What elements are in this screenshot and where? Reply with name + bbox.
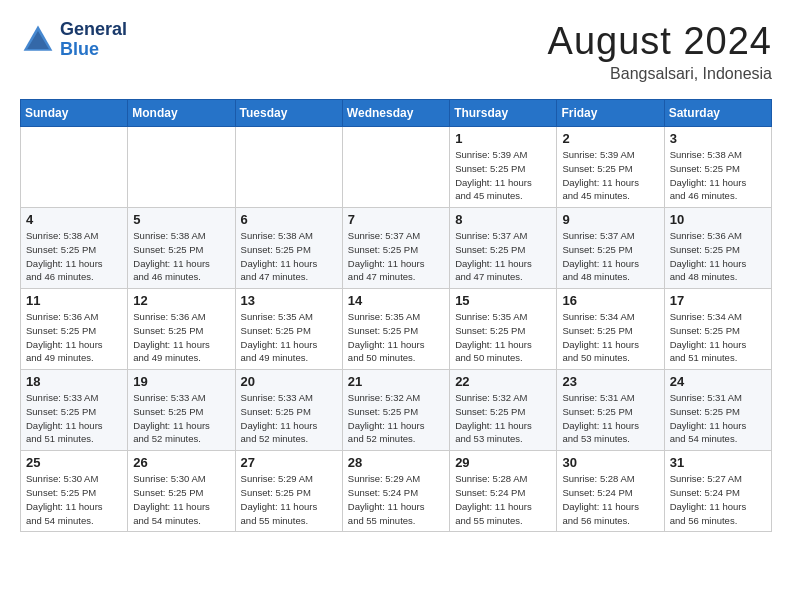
day-number: 31 bbox=[670, 455, 766, 470]
calendar-cell: 5Sunrise: 5:38 AM Sunset: 5:25 PM Daylig… bbox=[128, 208, 235, 289]
day-number: 19 bbox=[133, 374, 229, 389]
day-info: Sunrise: 5:32 AM Sunset: 5:25 PM Dayligh… bbox=[348, 391, 444, 446]
day-info: Sunrise: 5:31 AM Sunset: 5:25 PM Dayligh… bbox=[562, 391, 658, 446]
day-number: 22 bbox=[455, 374, 551, 389]
day-number: 3 bbox=[670, 131, 766, 146]
calendar-cell: 2Sunrise: 5:39 AM Sunset: 5:25 PM Daylig… bbox=[557, 127, 664, 208]
calendar-week-2: 4Sunrise: 5:38 AM Sunset: 5:25 PM Daylig… bbox=[21, 208, 772, 289]
calendar-cell: 17Sunrise: 5:34 AM Sunset: 5:25 PM Dayli… bbox=[664, 289, 771, 370]
day-info: Sunrise: 5:39 AM Sunset: 5:25 PM Dayligh… bbox=[562, 148, 658, 203]
calendar-cell: 12Sunrise: 5:36 AM Sunset: 5:25 PM Dayli… bbox=[128, 289, 235, 370]
calendar-cell: 9Sunrise: 5:37 AM Sunset: 5:25 PM Daylig… bbox=[557, 208, 664, 289]
logo-text-general: General bbox=[60, 20, 127, 40]
day-info: Sunrise: 5:33 AM Sunset: 5:25 PM Dayligh… bbox=[26, 391, 122, 446]
calendar-cell: 1Sunrise: 5:39 AM Sunset: 5:25 PM Daylig… bbox=[450, 127, 557, 208]
day-info: Sunrise: 5:32 AM Sunset: 5:25 PM Dayligh… bbox=[455, 391, 551, 446]
calendar-cell: 15Sunrise: 5:35 AM Sunset: 5:25 PM Dayli… bbox=[450, 289, 557, 370]
calendar-cell: 27Sunrise: 5:29 AM Sunset: 5:25 PM Dayli… bbox=[235, 451, 342, 532]
day-number: 14 bbox=[348, 293, 444, 308]
weekday-header-monday: Monday bbox=[128, 100, 235, 127]
day-info: Sunrise: 5:37 AM Sunset: 5:25 PM Dayligh… bbox=[562, 229, 658, 284]
day-info: Sunrise: 5:29 AM Sunset: 5:25 PM Dayligh… bbox=[241, 472, 337, 527]
day-info: Sunrise: 5:31 AM Sunset: 5:25 PM Dayligh… bbox=[670, 391, 766, 446]
weekday-header-row: SundayMondayTuesdayWednesdayThursdayFrid… bbox=[21, 100, 772, 127]
day-number: 11 bbox=[26, 293, 122, 308]
calendar-cell: 16Sunrise: 5:34 AM Sunset: 5:25 PM Dayli… bbox=[557, 289, 664, 370]
day-info: Sunrise: 5:28 AM Sunset: 5:24 PM Dayligh… bbox=[455, 472, 551, 527]
calendar-title: August 2024 bbox=[548, 20, 772, 63]
day-number: 30 bbox=[562, 455, 658, 470]
day-number: 6 bbox=[241, 212, 337, 227]
day-info: Sunrise: 5:38 AM Sunset: 5:25 PM Dayligh… bbox=[670, 148, 766, 203]
day-number: 27 bbox=[241, 455, 337, 470]
day-info: Sunrise: 5:28 AM Sunset: 5:24 PM Dayligh… bbox=[562, 472, 658, 527]
day-number: 5 bbox=[133, 212, 229, 227]
calendar-cell: 6Sunrise: 5:38 AM Sunset: 5:25 PM Daylig… bbox=[235, 208, 342, 289]
day-info: Sunrise: 5:34 AM Sunset: 5:25 PM Dayligh… bbox=[562, 310, 658, 365]
calendar-cell: 26Sunrise: 5:30 AM Sunset: 5:25 PM Dayli… bbox=[128, 451, 235, 532]
page-header: General Blue August 2024 Bangsalsari, In… bbox=[20, 20, 772, 83]
calendar-cell: 30Sunrise: 5:28 AM Sunset: 5:24 PM Dayli… bbox=[557, 451, 664, 532]
day-number: 26 bbox=[133, 455, 229, 470]
day-number: 28 bbox=[348, 455, 444, 470]
calendar-cell: 8Sunrise: 5:37 AM Sunset: 5:25 PM Daylig… bbox=[450, 208, 557, 289]
day-number: 29 bbox=[455, 455, 551, 470]
day-info: Sunrise: 5:36 AM Sunset: 5:25 PM Dayligh… bbox=[670, 229, 766, 284]
calendar-cell: 11Sunrise: 5:36 AM Sunset: 5:25 PM Dayli… bbox=[21, 289, 128, 370]
calendar-cell bbox=[128, 127, 235, 208]
day-info: Sunrise: 5:35 AM Sunset: 5:25 PM Dayligh… bbox=[241, 310, 337, 365]
logo: General Blue bbox=[20, 20, 127, 60]
calendar-cell: 21Sunrise: 5:32 AM Sunset: 5:25 PM Dayli… bbox=[342, 370, 449, 451]
calendar-cell: 23Sunrise: 5:31 AM Sunset: 5:25 PM Dayli… bbox=[557, 370, 664, 451]
calendar-cell: 10Sunrise: 5:36 AM Sunset: 5:25 PM Dayli… bbox=[664, 208, 771, 289]
day-number: 17 bbox=[670, 293, 766, 308]
day-info: Sunrise: 5:35 AM Sunset: 5:25 PM Dayligh… bbox=[348, 310, 444, 365]
weekday-header-thursday: Thursday bbox=[450, 100, 557, 127]
day-info: Sunrise: 5:27 AM Sunset: 5:24 PM Dayligh… bbox=[670, 472, 766, 527]
logo-icon bbox=[20, 22, 56, 58]
calendar-cell: 19Sunrise: 5:33 AM Sunset: 5:25 PM Dayli… bbox=[128, 370, 235, 451]
calendar-cell: 14Sunrise: 5:35 AM Sunset: 5:25 PM Dayli… bbox=[342, 289, 449, 370]
calendar-week-3: 11Sunrise: 5:36 AM Sunset: 5:25 PM Dayli… bbox=[21, 289, 772, 370]
day-number: 21 bbox=[348, 374, 444, 389]
day-info: Sunrise: 5:30 AM Sunset: 5:25 PM Dayligh… bbox=[26, 472, 122, 527]
calendar-cell: 24Sunrise: 5:31 AM Sunset: 5:25 PM Dayli… bbox=[664, 370, 771, 451]
day-number: 13 bbox=[241, 293, 337, 308]
day-number: 1 bbox=[455, 131, 551, 146]
day-info: Sunrise: 5:29 AM Sunset: 5:24 PM Dayligh… bbox=[348, 472, 444, 527]
day-info: Sunrise: 5:33 AM Sunset: 5:25 PM Dayligh… bbox=[133, 391, 229, 446]
day-number: 23 bbox=[562, 374, 658, 389]
day-number: 24 bbox=[670, 374, 766, 389]
calendar-cell: 13Sunrise: 5:35 AM Sunset: 5:25 PM Dayli… bbox=[235, 289, 342, 370]
calendar-cell: 18Sunrise: 5:33 AM Sunset: 5:25 PM Dayli… bbox=[21, 370, 128, 451]
calendar-week-5: 25Sunrise: 5:30 AM Sunset: 5:25 PM Dayli… bbox=[21, 451, 772, 532]
calendar-cell bbox=[342, 127, 449, 208]
day-info: Sunrise: 5:35 AM Sunset: 5:25 PM Dayligh… bbox=[455, 310, 551, 365]
calendar-cell: 31Sunrise: 5:27 AM Sunset: 5:24 PM Dayli… bbox=[664, 451, 771, 532]
calendar-cell: 7Sunrise: 5:37 AM Sunset: 5:25 PM Daylig… bbox=[342, 208, 449, 289]
day-number: 25 bbox=[26, 455, 122, 470]
calendar-cell: 22Sunrise: 5:32 AM Sunset: 5:25 PM Dayli… bbox=[450, 370, 557, 451]
calendar-cell: 4Sunrise: 5:38 AM Sunset: 5:25 PM Daylig… bbox=[21, 208, 128, 289]
weekday-header-sunday: Sunday bbox=[21, 100, 128, 127]
day-info: Sunrise: 5:38 AM Sunset: 5:25 PM Dayligh… bbox=[133, 229, 229, 284]
calendar-cell: 29Sunrise: 5:28 AM Sunset: 5:24 PM Dayli… bbox=[450, 451, 557, 532]
calendar-cell bbox=[235, 127, 342, 208]
day-number: 2 bbox=[562, 131, 658, 146]
day-info: Sunrise: 5:36 AM Sunset: 5:25 PM Dayligh… bbox=[26, 310, 122, 365]
calendar-week-4: 18Sunrise: 5:33 AM Sunset: 5:25 PM Dayli… bbox=[21, 370, 772, 451]
weekday-header-friday: Friday bbox=[557, 100, 664, 127]
day-number: 9 bbox=[562, 212, 658, 227]
day-info: Sunrise: 5:34 AM Sunset: 5:25 PM Dayligh… bbox=[670, 310, 766, 365]
day-number: 4 bbox=[26, 212, 122, 227]
day-info: Sunrise: 5:37 AM Sunset: 5:25 PM Dayligh… bbox=[348, 229, 444, 284]
weekday-header-wednesday: Wednesday bbox=[342, 100, 449, 127]
day-number: 8 bbox=[455, 212, 551, 227]
day-number: 20 bbox=[241, 374, 337, 389]
day-info: Sunrise: 5:30 AM Sunset: 5:25 PM Dayligh… bbox=[133, 472, 229, 527]
logo-text-blue: Blue bbox=[60, 40, 127, 60]
title-block: August 2024 Bangsalsari, Indonesia bbox=[548, 20, 772, 83]
day-number: 10 bbox=[670, 212, 766, 227]
calendar-table: SundayMondayTuesdayWednesdayThursdayFrid… bbox=[20, 99, 772, 532]
day-info: Sunrise: 5:36 AM Sunset: 5:25 PM Dayligh… bbox=[133, 310, 229, 365]
